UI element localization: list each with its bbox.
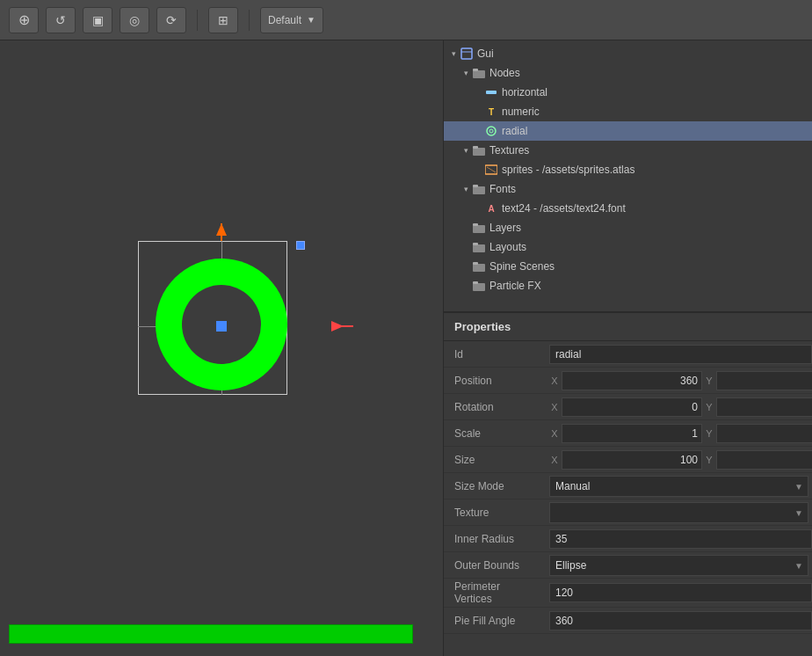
tree-item[interactable]: ▾Textures: [444, 141, 812, 160]
position-x-input[interactable]: [562, 371, 702, 390]
prop-outer-bounds-value[interactable]: Ellipse Rectangle ▼: [549, 555, 812, 576]
prop-id-input[interactable]: [549, 345, 812, 364]
prop-rotation-label: Rotation: [444, 401, 549, 413]
tree-arrow-icon: [472, 164, 484, 176]
target-tool-button[interactable]: ◎: [120, 7, 149, 33]
position-y-group: Y: [704, 371, 812, 390]
tree-item[interactable]: Spine Scenes: [444, 257, 812, 276]
tree-arrow-icon: [472, 106, 484, 118]
rect-tool-button[interactable]: ▣: [83, 7, 112, 33]
size-y-group: Y: [704, 450, 812, 470]
position-y-input[interactable]: [716, 371, 812, 390]
refresh-tool-button[interactable]: ⟳: [156, 7, 186, 33]
tree-item[interactable]: Layouts: [444, 237, 812, 257]
svg-line-10: [487, 167, 496, 172]
rotation-y-input[interactable]: [716, 397, 812, 417]
tree-item[interactable]: ▾Gui: [444, 44, 812, 63]
prop-pie-fill-angle-label: Pie Fill Angle: [444, 615, 549, 627]
corner-handle-top-right[interactable]: [296, 241, 305, 250]
tree-node-icon: [460, 47, 474, 60]
default-label: Default: [268, 14, 301, 26]
tree-node-icon: [484, 164, 498, 176]
tree-arrow-icon: [460, 222, 472, 234]
prop-size-row: Size X Y Z: [444, 447, 812, 473]
svg-point-6: [489, 129, 493, 133]
tree-node-icon: [484, 125, 498, 137]
tree-node-icon: [472, 241, 486, 253]
outer-bounds-select[interactable]: Ellipse Rectangle: [549, 555, 808, 576]
prop-id-row: Id: [444, 341, 812, 368]
svg-rect-18: [473, 262, 478, 265]
size-y-input[interactable]: [716, 450, 812, 470]
transform-center-handle[interactable]: [216, 321, 227, 332]
rotation-x-input[interactable]: [562, 397, 702, 417]
tree-item-label: Spine Scenes: [489, 260, 555, 273]
svg-rect-16: [473, 243, 478, 245]
up-arrow-line: [221, 223, 222, 241]
scale-y-input[interactable]: [716, 424, 812, 443]
prop-pie-fill-angle-value[interactable]: [549, 611, 812, 630]
scale-x-input[interactable]: [562, 424, 702, 443]
tree-item[interactable]: ▾Fonts: [444, 179, 812, 199]
donut-transform-group: [147, 250, 296, 404]
rotate-tool-button[interactable]: ↺: [46, 7, 76, 33]
prop-size-label: Size: [444, 454, 549, 466]
rotation-y-group: Y: [704, 397, 812, 417]
position-y-label: Y: [704, 375, 714, 386]
target-tool-icon: ◎: [129, 13, 140, 27]
tree-item[interactable]: Tnumeric: [444, 102, 812, 121]
prop-size-mode-value[interactable]: Manual Auto ▼: [549, 476, 812, 497]
move-tool-button[interactable]: ⊕: [9, 7, 39, 33]
tree-item[interactable]: sprites - /assets/sprites.atlas: [444, 160, 812, 179]
prop-texture-value[interactable]: ▼: [549, 502, 812, 523]
prop-id-value[interactable]: [549, 345, 812, 364]
tree-item-label: radial: [502, 125, 527, 137]
canvas-area[interactable]: [0, 40, 443, 612]
tree-item[interactable]: ▾Nodes: [444, 63, 812, 83]
prop-position-row: Position X Y Z: [444, 368, 812, 394]
tree-item[interactable]: horizontal: [444, 83, 812, 102]
svg-rect-7: [473, 148, 485, 156]
tree-item[interactable]: Atext24 - /assets/text24.font: [444, 199, 812, 218]
properties-header: Properties: [444, 313, 812, 341]
inner-radius-input[interactable]: [549, 529, 812, 549]
default-dropdown[interactable]: Default ▼: [260, 7, 323, 33]
svg-rect-8: [473, 146, 478, 149]
tree-arrow-icon: ▾: [460, 144, 472, 157]
svg-rect-13: [473, 225, 485, 233]
prop-texture-label: Texture: [444, 507, 549, 519]
prop-perimeter-vertices-value[interactable]: [549, 583, 812, 602]
tree-item-label: sprites - /assets/sprites.atlas: [502, 164, 634, 176]
refresh-tool-icon: ⟳: [166, 13, 177, 27]
tree-item-label: Particle FX: [489, 280, 541, 292]
prop-outer-bounds-label: Outer Bounds: [444, 559, 549, 572]
position-x-label: X: [549, 375, 560, 386]
prop-texture-row: Texture ▼: [444, 499, 812, 526]
prop-perimeter-vertices-label: Perimeter Vertices: [444, 580, 549, 605]
svg-rect-2: [473, 70, 485, 78]
size-mode-select[interactable]: Manual Auto: [549, 476, 808, 497]
layout-tool-button[interactable]: ⊞: [208, 7, 238, 33]
scene-tree[interactable]: ▾Gui▾NodeshorizontalTnumericradial▾Textu…: [444, 40, 812, 313]
perimeter-vertices-input[interactable]: [549, 583, 812, 602]
tree-item[interactable]: Particle FX: [444, 276, 812, 295]
rotation-x-group: X: [549, 397, 702, 417]
tree-item-label: horizontal: [502, 86, 547, 98]
svg-rect-20: [473, 281, 478, 284]
properties-title: Properties: [454, 320, 511, 333]
size-y-label: Y: [704, 455, 714, 465]
tree-item-label: text24 - /assets/text24.font: [502, 202, 626, 215]
prop-scale-xyz: X Y Z: [549, 424, 812, 443]
pie-fill-angle-input[interactable]: [549, 611, 812, 630]
green-progress-bar: [9, 624, 413, 644]
prop-inner-radius-value[interactable]: [549, 529, 812, 549]
prop-position-label: Position: [444, 375, 549, 387]
texture-select[interactable]: [549, 502, 808, 523]
size-x-input[interactable]: [562, 450, 702, 470]
texture-select-wrapper: ▼: [549, 502, 808, 523]
tree-item[interactable]: Layers: [444, 218, 812, 237]
tree-item[interactable]: radial: [444, 121, 812, 141]
move-tool-icon: ⊕: [18, 11, 30, 28]
scale-y-label: Y: [704, 428, 714, 439]
tree-node-icon: [472, 183, 486, 195]
